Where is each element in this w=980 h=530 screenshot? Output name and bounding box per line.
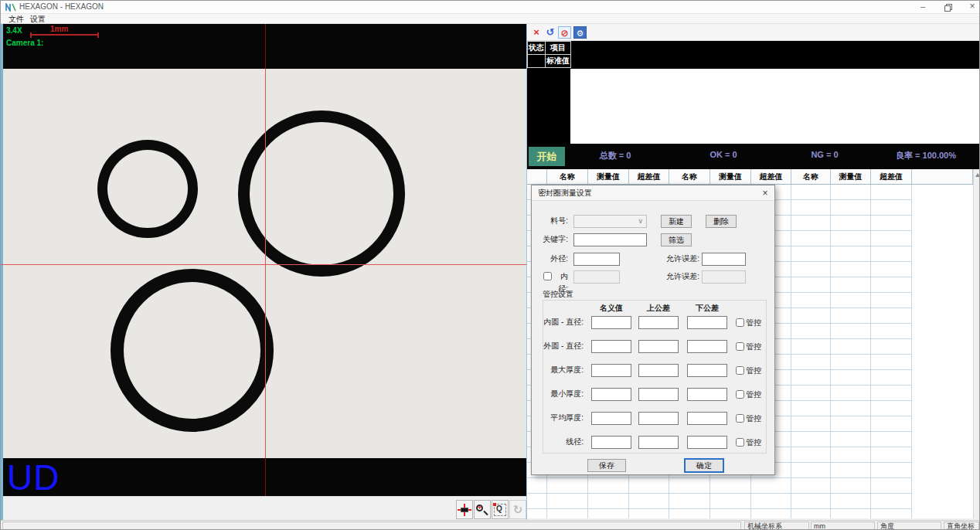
results-cell (831, 262, 871, 277)
results-cell (831, 432, 871, 447)
results-cell (871, 262, 912, 277)
create-button[interactable]: 新建 (661, 215, 692, 228)
results-cell (791, 432, 831, 447)
save-button[interactable]: 保存 (587, 459, 626, 472)
results-column-header[interactable]: 超差值 (629, 169, 669, 184)
inner-diameter-checkbox[interactable] (543, 272, 552, 280)
results-cell (751, 494, 791, 509)
refresh-view-button[interactable]: ↻ (509, 500, 526, 519)
delete-item-icon[interactable]: × (531, 26, 542, 39)
menu-settings[interactable]: 设置 (27, 14, 49, 24)
stage-center-button[interactable] (456, 500, 473, 519)
ring-small (97, 140, 198, 238)
control-checkbox[interactable] (736, 390, 744, 399)
lower-tol-input[interactable] (687, 412, 727, 425)
results-cell (669, 478, 710, 494)
results-column-header[interactable]: 测量值 (588, 169, 629, 184)
restore-button[interactable] (936, 1, 959, 13)
results-cell (831, 246, 871, 262)
filter-button[interactable]: 筛选 (661, 233, 692, 246)
inner-tolerance-input[interactable] (702, 270, 746, 284)
results-scrollbar[interactable] (973, 169, 980, 518)
outer-tolerance-input[interactable] (702, 253, 746, 266)
nominal-input[interactable] (591, 364, 631, 377)
lower-tol-input[interactable] (687, 340, 727, 353)
upper-tol-input[interactable] (638, 436, 679, 449)
yield-counter: 良率 = 100.00% (896, 150, 956, 161)
control-checkbox[interactable] (736, 414, 744, 423)
control-checkbox[interactable] (736, 318, 744, 327)
lower-tol-input[interactable] (687, 388, 727, 401)
nominal-input[interactable] (591, 436, 631, 449)
keyword-input[interactable] (573, 233, 647, 246)
results-column-header[interactable]: 名称 (547, 169, 588, 184)
results-cell (831, 478, 871, 494)
upper-tol-input[interactable] (638, 388, 679, 401)
close-button[interactable]: × (961, 1, 980, 13)
results-cell (871, 216, 912, 231)
nominal-input[interactable] (591, 340, 631, 353)
upper-tol-input[interactable] (638, 316, 679, 329)
results-column-header[interactable]: 超差值 (871, 169, 912, 184)
scroll-up-icon[interactable] (975, 173, 980, 177)
nominal-input[interactable] (591, 412, 631, 425)
results-cell (871, 185, 912, 200)
camera-bottom-band (1, 458, 526, 496)
direction-watermark: UD (7, 460, 60, 495)
results-column-header[interactable]: 测量值 (710, 169, 751, 184)
start-button[interactable]: 开始 (529, 147, 565, 166)
control-checkbox[interactable] (736, 366, 744, 375)
camera-name-label: Camera 1: (6, 39, 43, 47)
part-no-select[interactable]: ∨ (573, 215, 647, 228)
upper-tol-input[interactable] (638, 340, 679, 353)
camera-toolbar-strip (1, 496, 526, 520)
status-section-main (2, 522, 741, 530)
reload-icon[interactable]: ↺ (544, 26, 556, 39)
status-column-header: 状态 (527, 41, 546, 55)
results-cell (831, 494, 871, 509)
results-row[interactable] (527, 478, 973, 494)
ng-counter: NG = 0 (811, 150, 838, 159)
control-checkbox[interactable] (736, 438, 744, 447)
upper-tol-input[interactable] (638, 412, 679, 425)
results-column-header[interactable]: 名称 (669, 169, 710, 184)
menu-file[interactable]: 文件 (5, 14, 27, 24)
results-column-header-empty[interactable] (527, 169, 547, 184)
results-cell (871, 293, 912, 308)
results-row[interactable] (527, 509, 973, 518)
results-column-header[interactable]: 超差值 (751, 169, 791, 184)
results-cell (871, 277, 912, 293)
ok-button[interactable]: 确定 (684, 458, 724, 473)
crosshair-vertical (265, 69, 266, 458)
status-section-angle: 角度 (877, 522, 941, 530)
results-cell (871, 509, 912, 518)
lower-tol-input[interactable] (687, 436, 727, 449)
dialog-close-button[interactable]: × (759, 187, 771, 199)
results-row[interactable] (527, 494, 973, 509)
settings-gear-icon[interactable]: ⚙ (573, 26, 587, 39)
results-column-header[interactable]: 名称 (791, 169, 831, 184)
zoom-in-icon: + (475, 503, 489, 517)
lower-tol-input[interactable] (687, 316, 727, 329)
inner-diameter-input[interactable] (573, 270, 620, 284)
outer-diameter-input[interactable] (573, 253, 620, 266)
zoom-region-button[interactable]: Q (492, 500, 509, 519)
minimize-button[interactable]: – (911, 1, 934, 13)
delete-button[interactable]: 删除 (706, 215, 737, 228)
scale-bar-right-tick (97, 32, 99, 38)
results-cell (791, 339, 831, 355)
nominal-input[interactable] (591, 316, 631, 329)
lower-tol-input[interactable] (687, 364, 727, 377)
seal-measure-settings-dialog: 密封圈测量设置 × 料号: ∨ 新建 删除 关键字: 筛选 外径: 允许误差: … (531, 185, 775, 475)
results-cell (871, 447, 912, 463)
results-column-header[interactable]: 测量值 (831, 169, 871, 184)
results-cell (791, 308, 831, 324)
control-checkbox[interactable] (736, 342, 744, 351)
results-cell (831, 355, 871, 370)
results-cell (791, 277, 831, 293)
nominal-input[interactable] (591, 388, 631, 401)
upper-tol-input[interactable] (638, 364, 679, 377)
results-column-header-empty[interactable] (912, 169, 973, 184)
zoom-in-button[interactable]: + (474, 500, 491, 519)
block-icon[interactable]: ⊘ (558, 26, 571, 39)
